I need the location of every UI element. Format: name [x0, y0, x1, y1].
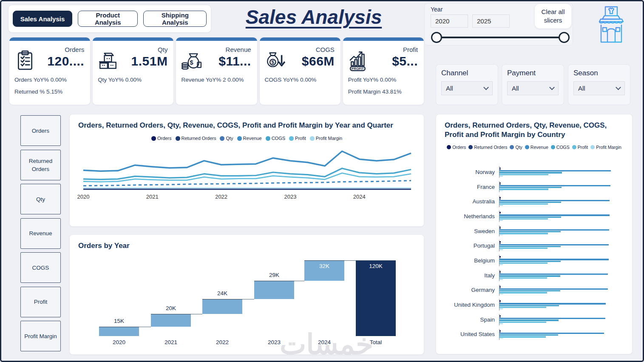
bar-orders[interactable] — [499, 182, 501, 183]
bar-revenue[interactable] — [499, 259, 609, 260]
legend-item-qty[interactable]: Qty — [510, 145, 522, 150]
bar-cogs[interactable] — [499, 319, 559, 321]
bar-profit[interactable] — [499, 218, 548, 219]
waterfall-bar-2022[interactable] — [202, 299, 242, 314]
bar-cogs[interactable] — [499, 202, 561, 203]
bar-returned-orders[interactable] — [499, 331, 501, 332]
legend-item-returned-orders[interactable]: Returned Orders — [176, 136, 216, 141]
bar-cogs[interactable] — [499, 246, 561, 247]
bar-profit[interactable] — [499, 262, 548, 264]
bar-profit[interactable] — [499, 307, 546, 308]
bar-profit-margin[interactable] — [499, 205, 503, 206]
bar-revenue[interactable] — [499, 185, 610, 186]
sidebar-item-orders[interactable]: Orders — [20, 115, 61, 146]
bar-profit-margin[interactable] — [499, 338, 503, 339]
legend-item-orders[interactable]: Orders — [151, 136, 172, 141]
bar-revenue[interactable] — [499, 303, 606, 304]
bar-profit[interactable] — [499, 203, 548, 205]
bar-cogs[interactable] — [499, 275, 560, 276]
bar-orders[interactable] — [499, 168, 501, 168]
bar-returned-orders[interactable] — [499, 316, 501, 317]
bar-profit[interactable] — [499, 322, 546, 323]
legend-item-profit-margin[interactable]: Profit Margin — [590, 145, 621, 150]
legend-item-orders[interactable]: Orders — [447, 145, 466, 150]
legend-item-revenue[interactable]: Revenue — [237, 136, 262, 141]
bar-orders[interactable] — [499, 197, 501, 198]
bar-returned-orders[interactable] — [499, 258, 501, 259]
bar-returned-orders[interactable] — [499, 287, 501, 288]
bar-cogs[interactable] — [499, 334, 558, 336]
bar-profit[interactable] — [499, 174, 548, 175]
bar-returned-orders[interactable] — [499, 184, 501, 185]
bar-profit[interactable] — [499, 277, 547, 279]
year-slider-track[interactable] — [437, 37, 564, 38]
bar-profit-margin[interactable] — [499, 308, 503, 309]
waterfall-bar-2021[interactable] — [151, 314, 191, 327]
bar-returned-orders[interactable] — [499, 169, 501, 170]
bar-returned-orders[interactable] — [499, 243, 501, 244]
sidebar-item-returned-orders[interactable]: Returned Orders — [20, 150, 61, 180]
bar-orders[interactable] — [499, 256, 501, 257]
bar-profit[interactable] — [499, 233, 548, 234]
legend-item-qty[interactable]: Qty — [220, 136, 233, 141]
legend-item-profit-margin[interactable]: Profit Margin — [310, 136, 342, 141]
waterfall-bar-total[interactable] — [356, 260, 396, 336]
bar-cogs[interactable] — [499, 231, 561, 232]
tab-shipping-analysis[interactable]: Shipping Analysis — [143, 11, 207, 27]
tab-sales-analysis[interactable]: Sales Analysis — [13, 11, 72, 27]
legend-item-revenue[interactable]: Revenue — [525, 145, 548, 150]
bar-returned-orders[interactable] — [499, 214, 501, 214]
year-slider-handle-start[interactable] — [431, 32, 442, 43]
waterfall-bar-2023[interactable] — [254, 281, 294, 299]
bar-profit[interactable] — [499, 188, 548, 190]
bar-cogs[interactable] — [499, 305, 559, 306]
bar-profit-margin[interactable] — [499, 279, 503, 280]
bar-profit[interactable] — [499, 336, 546, 337]
bar-revenue[interactable] — [499, 200, 610, 201]
tab-product-analysis[interactable]: Product Analysis — [78, 11, 138, 27]
bar-revenue[interactable] — [499, 333, 604, 334]
filter-season-select[interactable]: All — [573, 81, 625, 95]
bar-profit-margin[interactable] — [499, 249, 503, 250]
bar-profit[interactable] — [499, 248, 548, 249]
bar-orders[interactable] — [499, 212, 501, 213]
bar-profit-margin[interactable] — [499, 176, 503, 177]
sidebar-item-profit[interactable]: Profit — [20, 287, 61, 317]
bar-revenue[interactable] — [499, 318, 605, 319]
year-start-input[interactable] — [431, 14, 468, 28]
bar-revenue[interactable] — [499, 170, 611, 171]
year-slider-handle-end[interactable] — [559, 32, 570, 43]
sidebar-item-revenue[interactable]: Revenue — [20, 218, 61, 249]
bar-revenue[interactable] — [499, 229, 609, 231]
sidebar-item-cogs[interactable]: COGS — [20, 252, 61, 283]
bar-profit-margin[interactable] — [499, 323, 503, 324]
bar-profit-margin[interactable] — [499, 294, 503, 295]
legend-item-cogs[interactable]: COGS — [266, 136, 285, 141]
bar-revenue[interactable] — [499, 244, 609, 245]
bar-cogs[interactable] — [499, 172, 562, 173]
bar-orders[interactable] — [499, 241, 501, 242]
bar-profit-margin[interactable] — [499, 235, 503, 236]
bar-cogs[interactable] — [499, 217, 561, 218]
bar-revenue[interactable] — [499, 288, 608, 290]
filter-channel-select[interactable]: All — [441, 81, 493, 95]
bar-revenue[interactable] — [499, 214, 610, 216]
bar-orders[interactable] — [499, 330, 501, 331]
bar-cogs[interactable] — [499, 290, 560, 291]
bar-profit-margin[interactable] — [499, 220, 503, 221]
legend-item-profit[interactable]: Profit — [572, 145, 588, 150]
bar-orders[interactable] — [499, 227, 501, 228]
bar-orders[interactable] — [499, 286, 501, 287]
sidebar-item-qty[interactable]: Qty — [20, 184, 61, 214]
sidebar-item-profit-margin[interactable]: Profit Margin — [20, 321, 61, 351]
waterfall-bar-2020[interactable] — [99, 327, 139, 336]
bar-cogs[interactable] — [499, 261, 561, 262]
bar-cogs[interactable] — [499, 187, 562, 188]
bar-orders[interactable] — [499, 271, 501, 272]
year-end-input[interactable] — [472, 14, 510, 28]
bar-profit-margin[interactable] — [499, 191, 503, 191]
clear-all-slicers-button[interactable]: Clear all slicers — [535, 4, 571, 29]
bar-orders[interactable] — [499, 300, 501, 301]
bar-profit[interactable] — [499, 292, 547, 293]
filter-payment-select[interactable]: All — [507, 81, 559, 95]
